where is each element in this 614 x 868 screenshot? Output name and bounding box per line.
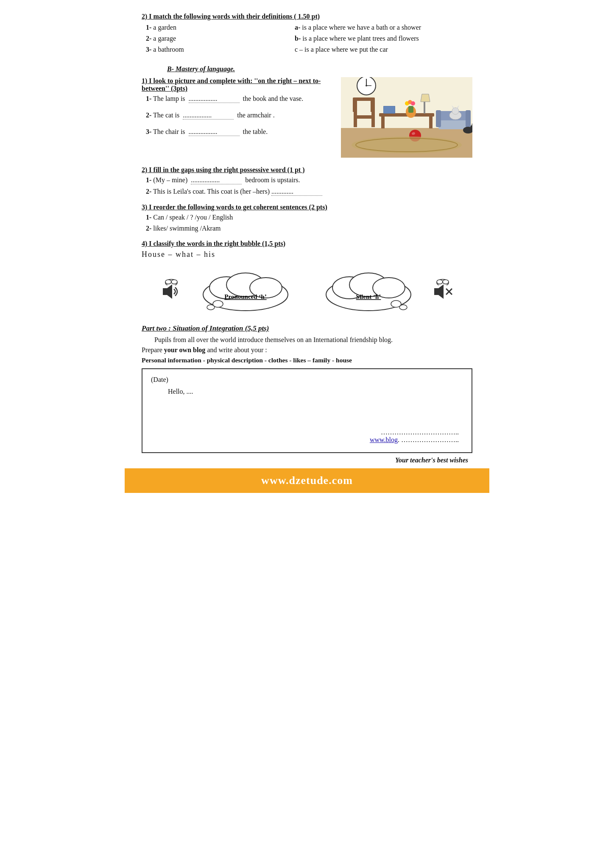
svg-marker-18 bbox=[421, 94, 430, 102]
svg-rect-21 bbox=[371, 111, 375, 127]
svg-rect-28 bbox=[466, 110, 471, 127]
svg-rect-24 bbox=[353, 97, 375, 101]
def-item-c: c – is a place where we put the car bbox=[295, 46, 472, 53]
mastery-header: B- Mastery of language. bbox=[167, 65, 472, 73]
svg-marker-61 bbox=[434, 284, 444, 299]
q1-dots-1: ................. bbox=[189, 95, 240, 103]
svg-rect-8 bbox=[381, 117, 385, 128]
match-num-2: 2- bbox=[146, 35, 151, 42]
svg-marker-43 bbox=[163, 284, 172, 299]
svg-rect-17 bbox=[424, 102, 425, 114]
match-word-1: a garden bbox=[153, 24, 176, 31]
pronounced-h-container: Pronounced ‘h’ bbox=[199, 266, 292, 314]
blog-dots: …………………………….. bbox=[370, 428, 459, 436]
blog-bottom: …………………………….. www.blog. …………………….. bbox=[370, 428, 459, 444]
def-item-a: a- is a place where we have a bath or a … bbox=[295, 24, 472, 31]
silent-h-container: Silent ‘h’ bbox=[322, 266, 415, 314]
def-text-c: is a place where we put the car bbox=[304, 46, 388, 53]
q1-dots-3: ................. bbox=[189, 128, 240, 136]
right-speaker-muted-icon bbox=[432, 281, 453, 302]
def-letter-a: a- bbox=[295, 24, 300, 31]
def-letter-c: c – bbox=[295, 46, 303, 53]
q3-item-2: 2- likes/ swimming /Akram bbox=[146, 225, 472, 232]
svg-rect-9 bbox=[429, 117, 433, 128]
svg-point-49 bbox=[207, 305, 215, 310]
def-text-a: is a place where we have a bath or a sho… bbox=[302, 24, 421, 31]
blog-link-line: www.blog. …………………….. bbox=[370, 436, 459, 444]
match-item-1: 1- a garden bbox=[146, 24, 290, 31]
match-item-2: 2- a garage bbox=[146, 35, 290, 42]
blog-link: www.blog bbox=[370, 436, 398, 443]
svg-rect-13 bbox=[408, 106, 413, 113]
blog-date: (Date) bbox=[151, 376, 463, 384]
part-two-header: Part two : Situation of Integration (5,5… bbox=[142, 324, 472, 333]
q2-item-2: 2- This is Leila's coat. This coat is (h… bbox=[146, 188, 472, 196]
svg-point-16 bbox=[411, 101, 415, 106]
q4-header: 4) I classify the words in the right bub… bbox=[142, 240, 472, 248]
q2-header: 2) I fill in the gaps using the right po… bbox=[142, 166, 472, 174]
bubble-words: House – what – his bbox=[142, 250, 472, 259]
room-illustration bbox=[341, 77, 472, 158]
pronounced-h-cloud: Pronounced ‘h’ bbox=[199, 266, 292, 312]
blog-hello: Hello, .... bbox=[168, 388, 463, 395]
q2-item-1: 1- (My – mine) ................. bedroom… bbox=[146, 176, 472, 184]
svg-rect-11 bbox=[384, 106, 395, 113]
silent-h-cloud: Silent ‘h’ bbox=[322, 266, 415, 312]
match-num-1: 1- bbox=[146, 24, 151, 31]
svg-text:Silent  ‘h’: Silent ‘h’ bbox=[356, 293, 381, 300]
teacher-wishes: Your teacher's best wishes bbox=[142, 456, 472, 464]
q3-header: 3) I reorder the following words to get … bbox=[142, 203, 472, 211]
part-two-intro2: Prepare your own blog and write about yo… bbox=[142, 346, 472, 354]
part-two-intro1: Pupils from all over the world introduce… bbox=[142, 336, 472, 344]
bubbles-row: Pronounced ‘h’ Silent ‘h’ bbox=[142, 266, 472, 314]
svg-rect-27 bbox=[436, 110, 441, 127]
q1-dots-2: ................. bbox=[183, 111, 234, 120]
svg-point-38 bbox=[352, 136, 462, 153]
footer-bar: www.dzetude.com bbox=[125, 468, 489, 493]
def-item-b: b- is a place where we plant trees and f… bbox=[295, 35, 472, 42]
q2-dots-1: ................. bbox=[191, 176, 242, 184]
match-num-3: 3- bbox=[146, 46, 151, 53]
blog-link-end: . …………………….. bbox=[398, 436, 459, 443]
q3-item-1: 1- Can / speak / ? /you / English bbox=[146, 214, 472, 221]
svg-point-56 bbox=[399, 305, 407, 310]
q2-dots-2: ............. bbox=[271, 188, 322, 196]
def-letter-b: b- bbox=[295, 35, 301, 42]
def-text-b: is a place where we plant trees and flow… bbox=[302, 35, 419, 42]
svg-point-30 bbox=[452, 108, 459, 114]
left-speaker-icon bbox=[161, 281, 182, 302]
match-word-2: a garage bbox=[153, 35, 176, 42]
svg-rect-20 bbox=[354, 111, 357, 127]
match-word-3: a bathroom bbox=[153, 46, 184, 53]
section2-header: 2) I match the following words with thei… bbox=[142, 13, 472, 20]
match-item-3: 3- a bathroom bbox=[146, 46, 290, 53]
blog-box: (Date) Hello, .... …………………………….. www.blo… bbox=[142, 368, 472, 453]
footer-url: www.dzetude.com bbox=[261, 474, 353, 487]
part-two-topics: Personal information - physical descript… bbox=[142, 356, 472, 364]
svg-text:Pronounced ‘h’: Pronounced ‘h’ bbox=[224, 293, 266, 300]
